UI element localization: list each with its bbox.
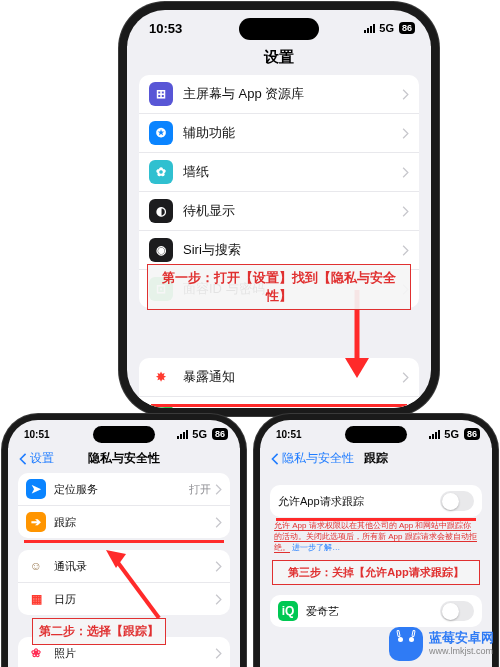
annotation-step1: 第一步：打开【设置】找到【隐私与安全性】	[147, 264, 411, 310]
watermark-logo-icon	[389, 627, 423, 661]
network-type: 5G	[192, 428, 207, 440]
tracking-apps-group: iQ爱奇艺	[270, 595, 482, 627]
network-type: 5G	[444, 428, 459, 440]
row-label: 定位服务	[54, 482, 189, 497]
iqiyi-icon: iQ	[278, 601, 298, 621]
back-button[interactable]: 设置	[18, 450, 54, 467]
battery-icon: 86	[464, 428, 480, 440]
cellular-signal-icon	[364, 24, 375, 33]
tracking-toggle-group: 允许App请求跟踪	[270, 485, 482, 517]
siri-icon: ◉	[149, 238, 173, 262]
row-label: 照片	[54, 646, 215, 661]
chevron-right-icon	[215, 594, 222, 605]
nav-bar: 隐私与安全性 跟踪	[260, 448, 492, 473]
row-label: 待机显示	[183, 202, 402, 220]
chevron-right-icon	[402, 167, 409, 178]
settings-row[interactable]: ✿墙纸	[139, 153, 419, 192]
battery-icon: 86	[399, 22, 415, 34]
row-label: 辅助功能	[183, 124, 402, 142]
red-underline	[276, 518, 476, 521]
nav-title: 跟踪	[364, 451, 388, 465]
row-label: 日历	[54, 592, 215, 607]
row-label: 爱奇艺	[306, 604, 440, 619]
home-apps-icon: ⊞	[149, 82, 173, 106]
privacy-group-1: ➤定位服务打开➔跟踪	[18, 473, 230, 538]
settings-row[interactable]: ✪辅助功能	[139, 114, 419, 153]
tracking-description: 允许 App 请求权限以在其他公司的 App 和网站中跟踪你的活动。关闭此选项后…	[260, 517, 492, 553]
row-label: 电池	[183, 407, 402, 408]
settings-group-2: ✸暴露通知▮电池✋隐私与安全性	[139, 358, 419, 408]
chevron-right-icon	[402, 89, 409, 100]
cellular-signal-icon	[177, 430, 188, 439]
nav-bar: 设置 隐私与安全性	[8, 448, 240, 473]
allow-tracking-row[interactable]: 允许App请求跟踪	[270, 485, 482, 517]
chevron-right-icon	[215, 561, 222, 572]
settings-row[interactable]: ⊞主屏幕与 App 资源库	[139, 75, 419, 114]
back-button[interactable]: 隐私与安全性	[270, 450, 354, 467]
status-time: 10:53	[149, 21, 182, 36]
nav-title: 设置	[127, 46, 431, 75]
calendar-icon: ▦	[26, 589, 46, 609]
battery-icon: 86	[212, 428, 228, 440]
toggle-label: 允许App请求跟踪	[278, 494, 440, 509]
phone-screenshot-step2: 10:51 5G 86 设置 隐私与安全性 ➤定位服务打开➔跟踪 ☺通讯录▦日历…	[8, 420, 240, 667]
watermark-url: www.lmkjst.com	[429, 646, 494, 656]
status-time: 10:51	[276, 429, 302, 440]
row-value: 打开	[189, 482, 211, 497]
privacy-group-2: ☺通讯录▦日历	[18, 550, 230, 615]
settings-row[interactable]: iQ爱奇艺	[270, 595, 482, 627]
settings-row[interactable]: ◐待机显示	[139, 192, 419, 231]
chevron-right-icon	[402, 128, 409, 139]
row-label: 墙纸	[183, 163, 402, 181]
settings-row[interactable]: ➔跟踪	[18, 506, 230, 538]
red-underline	[24, 540, 224, 543]
app-toggle[interactable]	[440, 601, 474, 621]
chevron-right-icon	[402, 245, 409, 256]
location-icon: ➤	[26, 479, 46, 499]
photos-icon: ❀	[26, 643, 46, 663]
row-label: 通讯录	[54, 559, 215, 574]
nav-title: 隐私与安全性	[88, 451, 160, 465]
exposure-icon: ✸	[149, 365, 173, 389]
chevron-right-icon	[215, 648, 222, 659]
settings-row[interactable]: ▦日历	[18, 583, 230, 615]
red-underline	[151, 404, 407, 407]
tracking-icon: ➔	[26, 512, 46, 532]
annotation-step3: 第三步：关掉【允许App请求跟踪】	[272, 560, 480, 585]
watermark-name: 蓝莓安卓网	[429, 630, 494, 645]
contacts-icon: ☺	[26, 556, 46, 576]
chevron-right-icon	[215, 517, 222, 528]
settings-row[interactable]: ✸暴露通知	[139, 358, 419, 397]
phone-screenshot-step1: 10:53 5G 86 设置 ⊞主屏幕与 App 资源库✪辅助功能✿墙纸◐待机显…	[127, 10, 431, 408]
accessibility-icon: ✪	[149, 121, 173, 145]
row-label: 跟踪	[54, 515, 215, 530]
watermark: 蓝莓安卓网 www.lmkjst.com	[389, 627, 494, 661]
annotation-step2: 第二步：选择【跟踪】	[32, 618, 166, 645]
row-label: 主屏幕与 App 资源库	[183, 85, 402, 103]
row-label: 暴露通知	[183, 368, 402, 386]
tracking-toggle[interactable]	[440, 491, 474, 511]
standby-icon: ◐	[149, 199, 173, 223]
dynamic-island	[239, 18, 319, 40]
wallpaper-icon: ✿	[149, 160, 173, 184]
chevron-right-icon	[215, 484, 222, 495]
status-time: 10:51	[24, 429, 50, 440]
settings-row[interactable]: ☺通讯录	[18, 550, 230, 583]
chevron-right-icon	[402, 206, 409, 217]
cellular-signal-icon	[429, 430, 440, 439]
dynamic-island	[345, 426, 407, 443]
row-label: Siri与搜索	[183, 241, 402, 259]
dynamic-island	[93, 426, 155, 443]
chevron-right-icon	[402, 372, 409, 383]
network-type: 5G	[379, 22, 394, 34]
settings-row[interactable]: ➤定位服务打开	[18, 473, 230, 506]
